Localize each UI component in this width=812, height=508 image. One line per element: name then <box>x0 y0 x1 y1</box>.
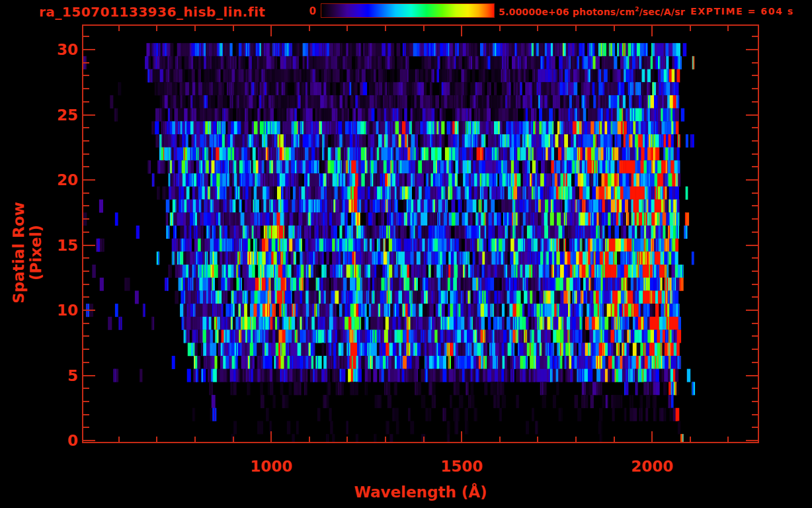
colorbar-gradient <box>321 3 495 18</box>
y-tick-label: 0 <box>32 432 78 449</box>
colorbar-min-label: 0 <box>299 5 316 17</box>
y-tick-label: 30 <box>32 41 78 58</box>
plot-frame <box>82 24 759 443</box>
y-axis-title: Spatial Row (Pixel) <box>10 187 44 319</box>
colorbar-header: 0 5.00000e+06 photons/cm2/sec/A/sr EXPTI… <box>0 0 812 22</box>
x-tick-label: 1000 <box>225 458 317 475</box>
x-axis-title: Wavelength (Å) <box>341 484 500 501</box>
x-tick-label: 2000 <box>606 458 698 475</box>
spectral-heatmap <box>83 26 758 442</box>
colorbar-max-label: 5.00000e+06 photons/cm2/sec/A/sr <box>499 6 685 17</box>
y-tick-label: 25 <box>32 106 78 124</box>
y-tick-label: 5 <box>32 367 78 384</box>
exptime-label: EXPTIME = 604 s <box>690 6 794 17</box>
x-tick-label: 1500 <box>415 458 508 475</box>
plot-window: ra_150701133936_hisb_lin.fit 0 5.00000e+… <box>0 0 812 508</box>
